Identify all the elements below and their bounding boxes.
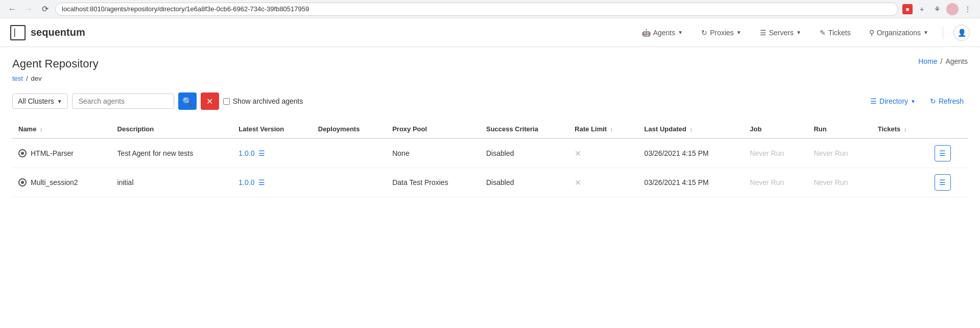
- servers-chevron: ▼: [796, 30, 801, 35]
- action-menu-icon-1: ☰: [939, 178, 946, 186]
- organizations-icon: ⚲: [869, 29, 874, 37]
- action-menu-icon-0: ☰: [939, 149, 946, 157]
- cell-tickets-1: [872, 168, 928, 197]
- cell-rate-limit-0: ✕: [568, 138, 638, 168]
- col-success-criteria: Success Criteria: [480, 120, 568, 138]
- directory-chevron-icon: ▼: [911, 99, 916, 104]
- radio-icon-1: [18, 178, 27, 186]
- back-button[interactable]: ←: [6, 3, 18, 15]
- extension-add-button[interactable]: +: [916, 3, 928, 15]
- col-proxy-pool: Proxy Pool: [386, 120, 480, 138]
- tickets-icon: ✎: [820, 29, 826, 37]
- nav-servers[interactable]: ☰ Servers ▼: [756, 26, 805, 40]
- user-profile-icon: 👤: [958, 29, 966, 37]
- col-name[interactable]: Name ↕: [12, 120, 111, 138]
- cell-success-criteria-1: Disabled: [480, 168, 568, 197]
- cell-job-1: Never Run: [744, 168, 807, 197]
- page-title: Agent Repository: [12, 57, 99, 71]
- nav-proxies[interactable]: ↻ Proxies ▼: [697, 26, 746, 40]
- cell-last-updated-1: 03/26/2021 4:15 PM: [638, 168, 744, 197]
- search-icon: 🔍: [182, 97, 193, 106]
- cell-name-1: Multi_session2: [12, 168, 111, 197]
- rate-limit-x-icon-1: ✕: [575, 178, 581, 187]
- show-archived-checkbox[interactable]: [223, 98, 230, 105]
- version-link-1[interactable]: 1.0.0: [238, 178, 254, 186]
- cell-version-1: 1.0.0 ☰: [232, 168, 312, 197]
- search-input[interactable]: [72, 93, 174, 109]
- action-menu-btn-1[interactable]: ☰: [935, 174, 951, 191]
- agent-name-0[interactable]: HTML-Parser: [31, 149, 74, 157]
- agents-chevron: ▼: [678, 30, 683, 35]
- page-header: Agent Repository Home / Agents: [12, 57, 968, 71]
- cell-success-criteria-0: Disabled: [480, 138, 568, 168]
- cell-rate-limit-1: ✕: [568, 168, 638, 197]
- reload-button[interactable]: ⟳: [39, 3, 51, 15]
- agents-icon: 🤖: [642, 29, 651, 37]
- cell-run-1: Never Run: [807, 168, 871, 197]
- col-job: Job: [744, 120, 807, 138]
- sub-breadcrumb-test[interactable]: test: [12, 75, 23, 82]
- directory-icon: ☰: [870, 97, 877, 105]
- app: ⎸ sequentum 🤖 Agents ▼ ↻ Proxies ▼ ☰ Ser…: [0, 18, 980, 328]
- agents-table: Name ↕ Description Latest Version Deploy…: [12, 120, 968, 197]
- toolbar-left: All Clusters ▼ 🔍 ✕ Show archived agents: [12, 92, 303, 110]
- rate-limit-sort-icon: ↕: [610, 126, 613, 132]
- agent-name-1[interactable]: Multi_session2: [31, 178, 78, 186]
- cell-run-0: Never Run: [807, 138, 871, 168]
- directory-button[interactable]: ☰ Directory ▼: [866, 95, 920, 107]
- cell-description-0: Test Agent for new tests: [111, 138, 233, 168]
- col-rate-limit[interactable]: Rate Limit ↕: [568, 120, 638, 138]
- action-menu-btn-0[interactable]: ☰: [935, 145, 951, 161]
- version-link-0[interactable]: 1.0.0: [238, 149, 254, 157]
- sub-breadcrumb: test / dev: [12, 75, 968, 82]
- cell-proxy-pool-0: None: [386, 138, 480, 168]
- breadcrumb-sep: /: [941, 57, 943, 65]
- show-archived-label: Show archived agents: [223, 97, 303, 105]
- organizations-chevron: ▼: [923, 30, 928, 35]
- cluster-chevron-icon: ▼: [57, 99, 62, 104]
- nav-agents[interactable]: 🤖 Agents ▼: [638, 26, 687, 40]
- version-menu-btn-1[interactable]: ☰: [256, 177, 267, 188]
- col-actions: [928, 120, 968, 138]
- nav-links: 🤖 Agents ▼ ↻ Proxies ▼ ☰ Servers ▼ ✎ Tic…: [638, 25, 970, 41]
- tickets-sort-icon: ↕: [904, 126, 907, 132]
- job-never-run-0: Never Run: [750, 149, 784, 157]
- refresh-button[interactable]: ↻ Refresh: [926, 95, 968, 107]
- table-row: HTML-Parser Test Agent for new tests 1.0…: [12, 138, 968, 168]
- cell-deployments-1: [312, 168, 386, 197]
- search-button[interactable]: 🔍: [178, 92, 197, 110]
- extensions-button[interactable]: ⚘: [931, 3, 943, 15]
- col-last-updated[interactable]: Last Updated ↕: [638, 120, 744, 138]
- address-bar[interactable]: localhost:8010/agents/repository/directo…: [55, 3, 898, 16]
- cell-actions-1: ☰: [928, 168, 968, 197]
- version-menu-btn-0[interactable]: ☰: [256, 148, 267, 158]
- extension-icon-1[interactable]: ■: [902, 4, 913, 14]
- col-description: Description: [111, 120, 233, 138]
- top-nav: ⎸ sequentum 🤖 Agents ▼ ↻ Proxies ▼ ☰ Ser…: [0, 18, 980, 47]
- name-sort-icon: ↕: [40, 126, 43, 132]
- cluster-label: All Clusters: [18, 97, 54, 105]
- page-content: Agent Repository Home / Agents test / de…: [0, 47, 980, 207]
- nav-organizations[interactable]: ⚲ Organizations ▼: [865, 26, 933, 40]
- clear-button[interactable]: ✕: [201, 92, 219, 110]
- menu-button[interactable]: ⋮: [962, 3, 974, 15]
- col-latest-version: Latest Version: [232, 120, 312, 138]
- job-never-run-1: Never Run: [750, 178, 784, 186]
- table-row: Multi_session2 initial 1.0.0 ☰ Data Test…: [12, 168, 968, 197]
- browser-extensions: ■ + ⚘ ⋮: [902, 3, 974, 15]
- cell-proxy-pool-1: Data Test Proxies: [386, 168, 480, 197]
- col-tickets[interactable]: Tickets ↕: [872, 120, 928, 138]
- run-never-run-0: Never Run: [814, 149, 848, 157]
- profile-button[interactable]: [946, 3, 959, 15]
- sub-breadcrumb-dev: dev: [31, 75, 42, 82]
- user-icon[interactable]: 👤: [953, 25, 970, 41]
- breadcrumb-home[interactable]: Home: [918, 57, 937, 65]
- refresh-icon: ↻: [930, 97, 936, 105]
- proxies-icon: ↻: [701, 29, 707, 37]
- toolbar-right: ☰ Directory ▼ ↻ Refresh: [866, 95, 968, 107]
- cell-last-updated-0: 03/26/2021 4:15 PM: [638, 138, 744, 168]
- cluster-dropdown[interactable]: All Clusters ▼: [12, 93, 68, 109]
- nav-tickets[interactable]: ✎ Tickets: [816, 26, 855, 40]
- forward-button[interactable]: →: [22, 3, 35, 15]
- cell-deployments-0: [312, 138, 386, 168]
